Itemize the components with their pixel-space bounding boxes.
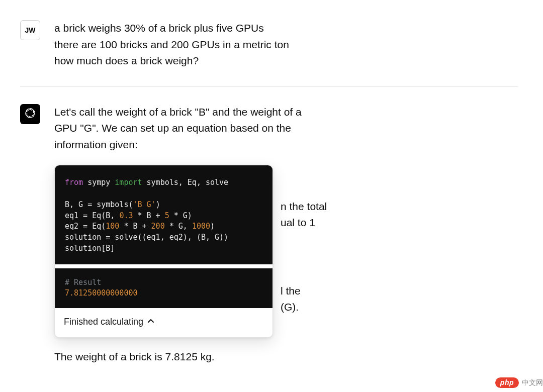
watermark-pill: php	[495, 377, 519, 388]
code-token: B, G = symbols(	[65, 200, 133, 209]
code-token: 5	[165, 211, 169, 220]
final-answer: The weight of a brick is 7.8125 kg.	[54, 349, 336, 365]
behind-text-2: ual to 1	[281, 215, 315, 231]
code-token: 'B G'	[133, 200, 155, 209]
chevron-up-icon	[147, 315, 154, 329]
user-message-body: a brick weighs 30% of a brick plus five …	[54, 20, 336, 69]
code-token: 200	[151, 222, 165, 231]
code-token: eq2 = Eq(	[65, 222, 106, 231]
code-token: * G)	[169, 211, 192, 220]
assistant-intro: Let's call the weight of a brick "B" and…	[54, 104, 316, 153]
user-initials: JW	[25, 26, 36, 34]
user-message: JW a brick weighs 30% of a brick plus fi…	[20, 20, 518, 69]
code-token: symbols, Eq, solve	[142, 178, 229, 187]
user-line-2: there are 100 bricks and 200 GPUs in a m…	[54, 37, 336, 53]
code-token: * B +	[119, 222, 151, 231]
footer-label: Finished calculating	[64, 315, 143, 329]
assistant-message-body: Let's call the weight of a brick "B" and…	[54, 104, 336, 365]
code-separator	[55, 264, 273, 268]
code-block-main[interactable]: from sympy import symbols, Eq, solve B, …	[55, 165, 273, 264]
code-token: import	[115, 178, 142, 187]
code-token: )	[156, 200, 160, 209]
user-line-3: how much does a brick weigh?	[54, 53, 336, 69]
watermark-text: 中文网	[522, 378, 543, 387]
result-value: 7.81250000000000	[65, 288, 138, 298]
code-block-result[interactable]: # Result 7.81250000000000	[55, 268, 273, 309]
user-line-1: a brick weighs 30% of a brick plus five …	[54, 20, 336, 37]
code-token: from	[65, 178, 83, 187]
code-token: sympy	[83, 178, 115, 187]
behind-text-1: n the total	[281, 199, 327, 215]
assistant-message: Let's call the weight of a brick "B" and…	[20, 104, 518, 365]
calculation-card: from sympy import symbols, Eq, solve B, …	[54, 165, 273, 338]
result-comment: # Result	[65, 278, 101, 287]
code-token: 0.3	[119, 211, 133, 220]
watermark: php 中文网	[495, 377, 543, 388]
message-divider	[20, 86, 518, 87]
code-token: * B +	[133, 211, 164, 220]
code-token: solution = solve((eq1, eq2), (B, G))	[65, 233, 228, 242]
openai-logo-icon	[24, 107, 37, 121]
code-token: 100	[106, 222, 119, 231]
code-token: )	[210, 222, 215, 231]
calculation-footer[interactable]: Finished calculating	[55, 308, 273, 337]
behind-text-4: (G).	[281, 299, 299, 316]
assistant-avatar	[20, 104, 40, 124]
code-token: eq1 = Eq(B,	[65, 211, 119, 220]
code-token: 1000	[192, 222, 210, 231]
code-token: solution[B]	[65, 244, 115, 253]
code-token: * G,	[165, 222, 192, 231]
behind-text-3: l the	[281, 283, 301, 300]
user-avatar: JW	[20, 20, 40, 40]
